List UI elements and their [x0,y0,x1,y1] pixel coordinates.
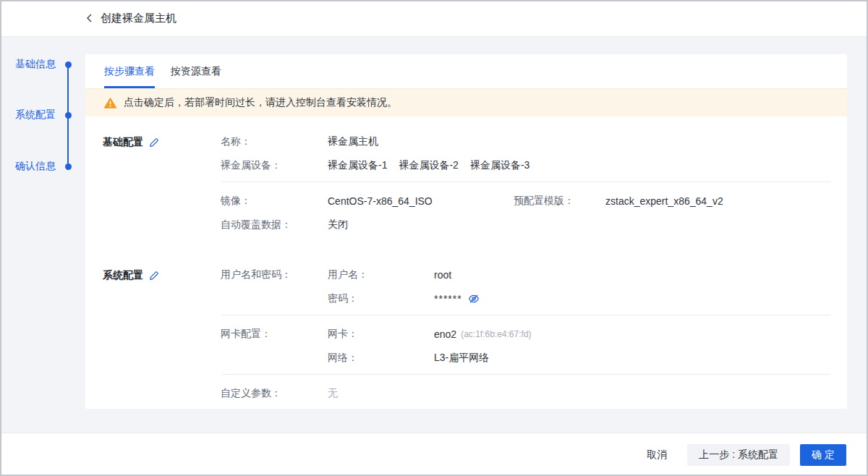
cancel-button[interactable]: 取消 [644,444,670,466]
step-label: 确认信息 [15,160,56,173]
step-label: 基础信息 [15,58,56,71]
edit-system-icon[interactable] [149,271,159,281]
create-baremetal-host-page: 创建裸金属主机 基础信息 系统配置 确认信息 按步骤查看 按资源查看 点击确定后… [0,0,868,476]
divider [222,374,830,375]
section-system-config: 系统配置 用户名和密码： 用户名： root 密码： [85,263,847,405]
field-value: CentOS-7-x86_64_ISO [328,195,433,207]
row-network: 网络： L3-扁平网络 [221,346,830,370]
section-basic-config: 基础配置 名称： 裸金属主机 裸金属设备： 裸金属设备-1 裸金属设备-2 裸金… [85,129,847,237]
row-devices: 裸金属设备： 裸金属设备-1 裸金属设备-2 裸金属设备-3 [221,153,830,177]
warning-icon [104,98,116,109]
field-label: 密码： [328,292,434,305]
field-label: 网络： [328,352,434,365]
step-dot [65,112,72,119]
row-nic: 网卡配置： 网卡： eno2 (ac:1f:6b:e4:67:fd) [221,322,830,346]
nic-mac-address: (ac:1f:6b:e4:67:fd) [461,329,531,339]
step-confirm-info[interactable]: 确认信息 [15,160,72,173]
field-value: 裸金属主机 [328,135,378,148]
field-value: 关闭 [328,218,348,231]
field-label: 名称： [221,135,328,148]
field-value: L3-扁平网络 [434,352,489,365]
warning-banner: 点击确定后，若部署时间过长，请进入控制台查看安装情况。 [85,88,847,116]
warning-text: 点击确定后，若部署时间过长，请进入控制台查看安装情况。 [124,96,397,109]
field-value: ****** [434,293,480,305]
section-title-system: 系统配置 [103,269,159,282]
row-overwrite: 自动覆盖数据： 关闭 [221,213,830,237]
step-label: 系统配置 [15,109,56,122]
row-password: 密码： ****** [221,286,830,310]
edit-basic-icon[interactable] [149,137,159,148]
field-label: 自定义参数： [221,387,328,400]
tab-view-by-step[interactable]: 按步骤查看 [104,54,155,88]
step-basic-info[interactable]: 基础信息 [15,58,72,71]
page-title: 创建裸金属主机 [101,12,176,25]
section-title-basic: 基础配置 [103,136,159,149]
field-label: 用户名和密码： [221,268,328,281]
view-tabs: 按步骤查看 按资源查看 [85,54,847,88]
step-dot [65,163,72,170]
footer-actions: 取消 上一步 : 系统配置 确 定 [0,433,868,476]
confirm-content: 基础配置 名称： 裸金属主机 裸金属设备： 裸金属设备-1 裸金属设备-2 裸金… [85,116,847,405]
row-username: 用户名和密码： 用户名： root [221,263,830,286]
confirm-panel: 按步骤查看 按资源查看 点击确定后，若部署时间过长，请进入控制台查看安装情况。 … [85,54,847,409]
field-value: root [434,269,451,281]
tab-view-by-resource[interactable]: 按资源查看 [171,54,221,88]
previous-step-button[interactable]: 上一步 : 系统配置 [687,444,790,466]
field-value: 无 [328,387,338,400]
device-name: 裸金属设备-3 [470,159,529,172]
confirm-button[interactable]: 确 定 [800,444,846,466]
step-connector-line [67,67,69,165]
page-header: 创建裸金属主机 [0,0,868,37]
masked-password: ****** [434,293,462,305]
field-label: 网卡： [328,328,434,341]
step-dot [65,61,72,68]
back-button[interactable] [86,14,93,22]
device-name: 裸金属设备-1 [328,159,387,172]
eye-off-icon[interactable] [468,293,480,305]
row-name: 名称： 裸金属主机 [221,129,830,153]
field-label: 预配置模版： [514,195,605,208]
divider [222,315,830,315]
field-value: eno2 [434,328,456,340]
divider [222,182,830,182]
field-label: 裸金属设备： [221,159,328,172]
field-label: 网卡配置： [221,328,328,341]
row-template: 预配置模版： zstack_expert_x86_64_v2 [514,189,723,213]
row-image: 镜像： CentOS-7-x86_64_ISO 预配置模版： zstack_ex… [221,189,830,213]
step-system-config[interactable]: 系统配置 [15,109,72,122]
field-value: zstack_expert_x86_64_v2 [605,195,723,207]
field-label: 镜像： [221,195,328,208]
field-label: 用户名： [328,268,434,281]
field-label: 自动覆盖数据： [221,218,328,231]
row-custom-params: 自定义参数： 无 [221,381,830,405]
device-name: 裸金属设备-2 [399,159,458,172]
